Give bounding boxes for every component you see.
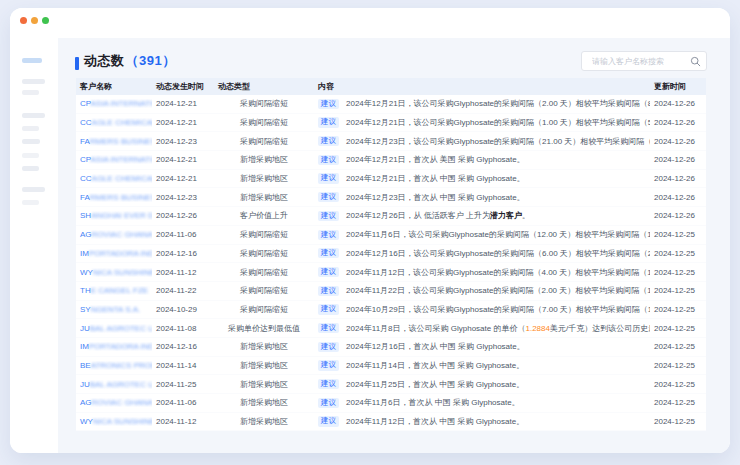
search-box[interactable] [581,51,707,71]
suggestion-badge: 建议 [318,211,339,221]
customer-name-link[interactable]: JUBAL AGROTEC LIMITED [76,324,152,333]
dynamic-date: 2024-11-25 [152,380,214,389]
dynamic-content: 建议2024年12月23日，该公司采购Glyphosate的采购间隔（21.00… [314,136,650,147]
table-row: JUBAL AGROTEC LIMITED2024-11-25新增采购地区建议2… [76,375,706,394]
content-segment: 潜力客户 [490,210,522,221]
column-header-type: 动态类型 [214,81,314,92]
dynamic-type: 新增采购地区 [214,173,314,184]
customer-name-link[interactable]: FARMERS BUSINESS NET... [76,137,152,146]
update-time: 2024-12-25 [650,305,706,314]
update-time: 2024-12-25 [650,230,706,239]
dynamic-content: 建议2024年12月21日，首次从 中国 采购 Glyphosate。 [314,173,650,184]
dynamic-type: 采购间隔缩短 [214,98,314,109]
customer-name-link[interactable]: CCAGLE CHEMICAL3 LLC [76,174,152,183]
dynamic-content: 建议2024年11月22日，该公司采购Glyphosate的采购间隔（2.00 … [314,285,650,296]
content-segment: 2024年11月22日，该公司采购Glyphosate的采购间隔（2.00 天）… [346,285,650,296]
close-button[interactable] [20,17,27,24]
customer-name-link[interactable]: FARMERS BUSINESS NET... [76,193,152,202]
customer-name-link[interactable]: CPASIA INTERNATIONAL L... [76,99,152,108]
suggestion-badge: 建议 [318,286,339,296]
content-segment: 2024年11月6日，该公司采购Glyphosate的采购间隔（12.00 天）… [346,229,650,240]
dynamic-date: 2024-11-08 [152,324,214,333]
dynamic-type: 采购间隔缩短 [214,267,314,278]
customer-name-link[interactable]: JUBAL AGROTEC LIMITED [76,380,152,389]
record-count: （391） [126,53,176,68]
suggestion-badge: 建议 [318,192,339,202]
customer-name-redacted: NGENTA S.A. [91,305,141,314]
customer-name-link[interactable]: CPASIA INTERNATIONAL L... [76,155,152,164]
customer-name-prefix: CC [80,174,92,183]
suggestion-badge: 建议 [318,304,339,314]
customer-name-redacted: ROVIAC GHANA C [92,230,152,239]
table-row: WYNICA SUNSHINE AGRIC ...2024-11-12新增采购地… [76,413,706,432]
table-row: SHANGHAI EVER DO INTER...2024-12-26客户价值上… [76,207,706,226]
dynamic-content: 建议2024年11月6日，该公司采购Glyphosate的采购间隔（12.00 … [314,229,650,240]
search-input[interactable] [590,56,690,67]
customer-name-prefix: AG [80,230,92,239]
customer-name-prefix: CP [80,155,91,164]
update-time: 2024-12-26 [650,174,706,183]
sidebar-skeleton-item [22,90,39,95]
customer-name-link[interactable]: AGROVIAC GHANA COMPA... [76,398,152,407]
customer-name-redacted: ASIA INTERNATIO [91,155,152,164]
customer-name-link[interactable]: BEATRONICS PRODUCTIO... [76,361,152,370]
content-segment: 2024年12月26日，从 低活跃客户 上升为 [346,210,490,221]
sidebar-skeleton-item [22,166,39,171]
dynamic-date: 2024-12-21 [152,99,214,108]
sidebar-skeleton-item [22,200,39,205]
customer-name-redacted: E CANGEL FZE [91,286,149,295]
table-row: FARMERS BUSINESS NET...2024-12-23采购间隔缩短建… [76,132,706,151]
update-time: 2024-12-25 [650,286,706,295]
dynamic-content: 建议2024年12月23日，首次从 中国 采购 Glyphosate。 [314,192,650,203]
app-window: 动态数（391） 客户名称 动态发生时间 动态类型 内容 更新时间 CPASIA… [10,8,730,453]
customer-name-redacted: PORTADORA INDU [89,249,152,258]
table-row: IMPORTADORA INDUSTRIA...2024-12-16采购间隔缩短… [76,245,706,264]
suggestion-badge: 建议 [318,416,339,426]
dynamic-content: 建议2024年12月21日，该公司采购Glyphosate的采购间隔（1.00 … [314,117,650,128]
customer-name-link[interactable]: SHANGHAI EVER DO INTER... [76,211,152,220]
customer-name-link[interactable]: AGROVIAC GHANA COMPA... [76,230,152,239]
suggestion-badge: 建议 [318,323,339,333]
content-segment: 2024年11月12日，该公司采购Glyphosate的采购间隔（4.00 天）… [346,267,650,278]
dynamic-date: 2024-11-12 [152,417,214,426]
dynamic-type: 采购间隔缩短 [214,229,314,240]
app-body: 动态数（391） 客户名称 动态发生时间 动态类型 内容 更新时间 CPASIA… [10,38,730,453]
page-title: 动态数（391） [84,52,176,70]
customer-name-prefix: WY [80,417,93,426]
customer-name-redacted: RMERS BUSINESS [90,193,152,202]
dynamic-content: 建议2024年12月16日，首次从 中国 采购 Glyphosate。 [314,341,650,352]
main-content: 动态数（391） 客户名称 动态发生时间 动态类型 内容 更新时间 CPASIA… [58,38,730,453]
dynamic-type: 采购间隔缩短 [214,248,314,259]
customer-name-prefix: FA [80,137,90,146]
content-segment: 2024年12月23日，首次从 中国 采购 Glyphosate。 [346,192,525,203]
customer-name-link[interactable]: SYNGENTA S.A. [76,305,152,314]
dynamic-date: 2024-11-12 [152,268,214,277]
zoom-button[interactable] [42,17,49,24]
dynamic-date: 2024-11-06 [152,230,214,239]
customer-name-link[interactable]: IMPORTADORA INDUSTRIA... [76,342,152,351]
customer-name-prefix: FA [80,193,90,202]
update-time: 2024-12-25 [650,361,706,370]
table-row: SYNGENTA S.A.2024-10-29采购间隔缩短建议2024年10月2… [76,301,706,320]
table-row: WYNICA SUNSHINE AGRIC ...2024-11-12采购间隔缩… [76,263,706,282]
customer-name-link[interactable]: IMPORTADORA INDUSTRIA... [76,249,152,258]
dynamic-content: 建议2024年12月16日，该公司采购Glyphosate的采购间隔（6.00 … [314,248,650,259]
search-icon[interactable] [690,56,701,67]
customer-name-link[interactable]: WYNICA SUNSHINE AGRIC ... [76,417,152,426]
customer-name-link[interactable]: THE CANGEL FZE [76,286,152,295]
customer-name-link[interactable]: CCAGLE CHEMICAL3 LLC [76,118,152,127]
table-row: CPASIA INTERNATIONAL L...2024-12-21新增采购地… [76,151,706,170]
table-row: IMPORTADORA INDUSTRIA...2024-12-16新增采购地区… [76,338,706,357]
title-accent-bar [75,57,79,70]
minimize-button[interactable] [31,17,38,24]
update-time: 2024-12-25 [650,324,706,333]
suggestion-badge: 建议 [318,342,339,352]
dynamic-type: 采购间隔缩短 [214,117,314,128]
suggestion-badge: 建议 [318,99,339,109]
dynamic-type: 新增采购地区 [214,192,314,203]
table-row: CPASIA INTERNATIONAL L...2024-12-21采购间隔缩… [76,95,706,114]
suggestion-badge: 建议 [318,379,339,389]
dynamic-type: 采购间隔缩短 [214,136,314,147]
dynamic-content: 建议2024年11月14日，首次从 中国 采购 Glyphosate。 [314,360,650,371]
customer-name-link[interactable]: WYNICA SUNSHINE AGRIC ... [76,268,152,277]
